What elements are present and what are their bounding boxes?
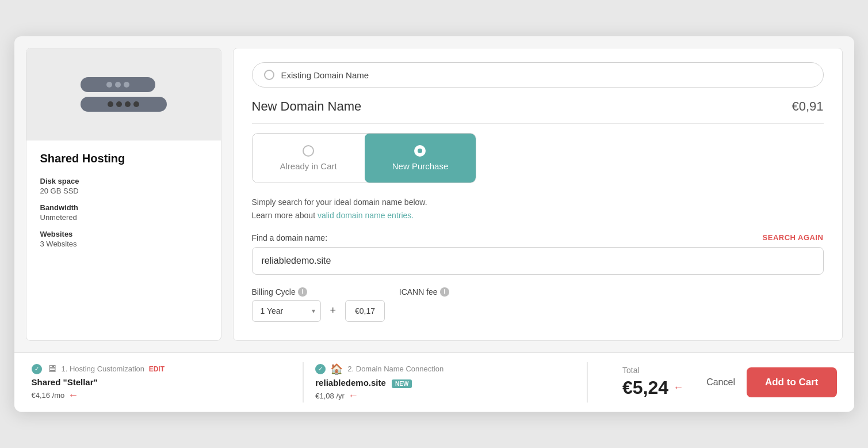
step2-check-icon: ✓	[315, 364, 326, 374]
domain-toggle-group: Already in Cart New Purchase	[252, 133, 477, 183]
new-purchase-radio	[414, 145, 426, 157]
step1-edit-btn[interactable]: EDIT	[149, 365, 165, 373]
find-domain-row: Find a domain name: SEARCH AGAIN	[252, 233, 824, 242]
product-image	[26, 48, 221, 141]
server-icon	[81, 77, 167, 112]
server-row-1	[81, 77, 155, 92]
spec-disk-label: Disk space	[40, 177, 207, 185]
billing-row: 1 Year 2 Years 3 Years ▾ + €0,17	[252, 300, 824, 322]
spec-websites-label: Websites	[40, 230, 207, 238]
step1-icon: 🖥	[47, 363, 57, 375]
icann-fee-value: €0,17	[345, 300, 385, 322]
new-purchase-btn[interactable]: New Purchase	[365, 134, 476, 183]
spec-websites: Websites 3 Websites	[40, 230, 207, 248]
dot-2	[115, 82, 121, 88]
description-text: Simply search for your ideal domain name…	[252, 196, 824, 222]
total-section: Total €5,24 ←	[599, 366, 706, 398]
spec-disk: Disk space 20 GB SSD	[40, 177, 207, 195]
footer-step-2: ✓ 🏠 2. Domain Name Connection reliablede…	[315, 363, 575, 402]
cancel-button[interactable]: Cancel	[706, 377, 735, 388]
footer-divider-1	[303, 362, 304, 403]
spec-websites-value: 3 Websites	[40, 240, 207, 248]
desc-line2: Learn more about	[252, 211, 318, 220]
server-row-2	[81, 97, 167, 112]
step1-arrow-icon: ←	[68, 389, 78, 401]
dot-3	[124, 82, 129, 88]
footer-actions: Cancel Add to Cart	[706, 367, 836, 397]
product-info: Shared Hosting Disk space 20 GB SSD Band…	[26, 141, 221, 268]
step2-price: €1,08 /yr ←	[315, 390, 575, 402]
step1-check-icon: ✓	[32, 364, 42, 374]
spec-bandwidth-value: Unmetered	[40, 213, 207, 222]
existing-domain-option[interactable]: Existing Domain Name	[252, 62, 824, 88]
total-label: Total	[622, 366, 683, 375]
step2-label: 2. Domain Name Connection	[347, 365, 443, 373]
dot-5	[116, 101, 122, 107]
total-price: €5,24 ←	[622, 377, 683, 398]
step1-product-name: Shared "Stellar"	[32, 377, 292, 387]
icann-fee-info-icon[interactable]: i	[440, 287, 449, 297]
dot-1	[106, 82, 112, 88]
step1-label: 1. Hosting Customization EDIT	[62, 365, 165, 373]
billing-group: Billing Cycle i ICANN fee i 1 Year 2 Yea…	[252, 287, 824, 322]
total-arrow-icon: ←	[673, 382, 683, 394]
dot-4	[108, 101, 113, 107]
existing-domain-label: Existing Domain Name	[281, 70, 369, 80]
add-to-cart-button[interactable]: Add to Cart	[747, 367, 837, 397]
modal-container: Shared Hosting Disk space 20 GB SSD Band…	[14, 36, 854, 412]
billing-cycle-info-icon[interactable]: i	[298, 287, 307, 297]
dot-7	[133, 101, 139, 107]
footer-step-1: ✓ 🖥 1. Hosting Customization EDIT Shared…	[32, 363, 292, 401]
section-title: New Domain Name	[252, 99, 362, 114]
existing-domain-radio[interactable]	[264, 70, 274, 80]
step2-header: ✓ 🏠 2. Domain Name Connection	[315, 363, 575, 375]
search-again-button[interactable]: SEARCH AGAIN	[763, 233, 824, 242]
plus-sign: +	[330, 305, 337, 317]
valid-domain-link[interactable]: valid domain name entries.	[318, 211, 414, 220]
find-domain-label: Find a domain name:	[252, 233, 328, 242]
domain-search-input[interactable]	[252, 247, 824, 275]
footer: ✓ 🖥 1. Hosting Customization EDIT Shared…	[14, 352, 854, 412]
icann-fee-label: ICANN fee i	[399, 287, 449, 297]
step2-arrow-icon: ←	[348, 390, 358, 402]
footer-divider-2	[587, 362, 588, 403]
right-panel: Existing Domain Name New Domain Name €0,…	[233, 48, 843, 341]
new-purchase-label: New Purchase	[392, 161, 449, 171]
step2-product-name: reliabledemo.site NEW	[315, 378, 575, 388]
already-in-cart-btn[interactable]: Already in Cart	[253, 134, 365, 183]
section-price: €0,91	[791, 99, 823, 114]
spec-disk-value: 20 GB SSD	[40, 187, 207, 195]
already-in-cart-label: Already in Cart	[280, 161, 337, 171]
billing-cycle-label: Billing Cycle i	[252, 287, 307, 297]
billing-labels-row: Billing Cycle i ICANN fee i	[252, 287, 824, 297]
already-in-cart-radio	[303, 145, 314, 157]
new-badge: NEW	[392, 379, 412, 388]
dot-6	[125, 101, 131, 107]
product-title: Shared Hosting	[40, 152, 207, 165]
desc-line1: Simply search for your ideal domain name…	[252, 198, 427, 207]
step1-price: €4,16 /mo ←	[32, 389, 292, 401]
billing-select-wrapper: 1 Year 2 Years 3 Years ▾	[252, 300, 321, 322]
left-panel: Shared Hosting Disk space 20 GB SSD Band…	[26, 48, 221, 341]
step2-icon: 🏠	[330, 363, 343, 375]
billing-cycle-select[interactable]: 1 Year 2 Years 3 Years	[252, 300, 321, 322]
step1-header: ✓ 🖥 1. Hosting Customization EDIT	[32, 363, 292, 375]
spec-bandwidth: Bandwidth Unmetered	[40, 203, 207, 222]
section-header: New Domain Name €0,91	[252, 99, 824, 124]
spec-bandwidth-label: Bandwidth	[40, 203, 207, 212]
modal-body: Shared Hosting Disk space 20 GB SSD Band…	[14, 36, 854, 352]
